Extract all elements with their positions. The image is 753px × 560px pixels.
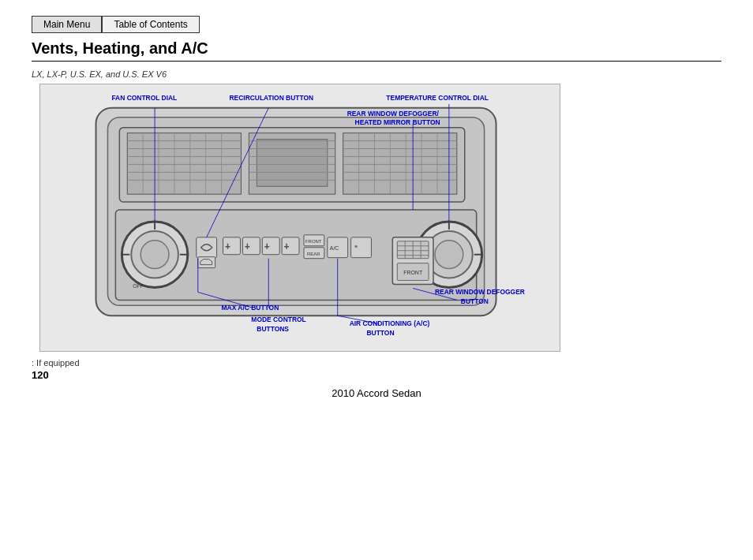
svg-rect-24 [343,133,457,195]
svg-rect-55 [282,237,299,255]
svg-text:A/C: A/C [330,245,339,251]
svg-text:REAR WINDOW DEFOGGER/: REAR WINDOW DEFOGGER/ [347,110,440,118]
svg-text:OFF: OFF [133,283,144,289]
svg-point-47 [435,241,463,269]
svg-text:TEMPERATURE CONTROL DIAL: TEMPERATURE CONTROL DIAL [386,94,489,102]
main-menu-button[interactable]: Main Menu [32,16,102,33]
top-nav: Main Menu Table of Contents [32,16,721,33]
svg-text:FRONT: FRONT [403,270,423,275]
svg-text:RECIRCULATION BUTTON: RECIRCULATION BUTTON [230,94,314,102]
svg-rect-51 [197,237,217,258]
svg-text:FRONT: FRONT [305,239,322,244]
diagram-container: OFF FRONT REAR [39,84,560,352]
svg-text:BUTTON: BUTTON [367,329,395,337]
page-number: 120 [32,369,721,381]
doc-title: 2010 Accord Sedan [32,387,721,399]
svg-text:HEATED MIRROR BUTTON: HEATED MIRROR BUTTON [355,118,440,126]
svg-text:FAN CONTROL DIAL: FAN CONTROL DIAL [111,94,177,102]
svg-text:MAX A/C BUTTON: MAX A/C BUTTON [222,304,279,312]
page-subtitle: LX, LX-P, U.S. EX, and U.S. EX V6 [32,69,721,79]
svg-rect-17 [257,140,327,187]
svg-text:⊕: ⊕ [354,245,358,248]
svg-rect-52 [223,237,241,255]
footer-note: : If equipped [32,358,721,368]
svg-text:REAR: REAR [307,252,320,256]
page-wrapper: Main Menu Table of Contents Vents, Heati… [0,0,753,560]
svg-rect-53 [242,237,260,255]
svg-text:BUTTON: BUTTON [461,297,489,305]
svg-text:REAR WINDOW DEFOGGER: REAR WINDOW DEFOGGER [435,288,525,296]
svg-text:MODE CONTROL: MODE CONTROL [251,315,305,323]
page-title: Vents, Heating, and A/C [32,39,721,62]
svg-point-40 [140,241,169,269]
svg-rect-3 [127,133,241,195]
svg-text:BUTTONS: BUTTONS [257,325,289,333]
toc-button[interactable]: Table of Contents [102,16,199,33]
svg-rect-54 [262,237,279,255]
svg-text:AIR CONDITIONING (A/C): AIR CONDITIONING (A/C) [350,319,430,327]
